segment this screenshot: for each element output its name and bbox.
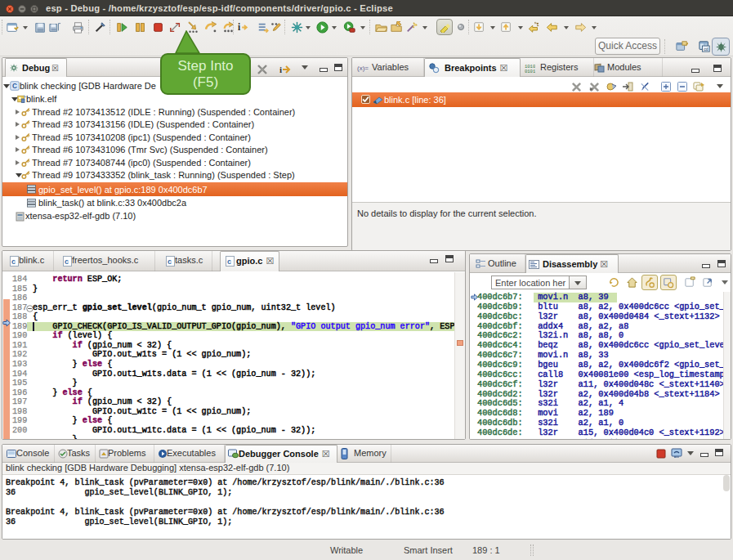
svg-text:c: c [65,258,69,266]
svg-text:c: c [227,258,231,266]
svg-text:i: i [279,65,282,74]
svg-text:i: i [238,22,241,32]
svg-text:c: c [11,258,16,266]
svg-text:cd: cd [704,47,708,52]
svg-text:C: C [12,83,17,90]
svg-text:0101: 0101 [525,69,535,74]
svg-text:(x)=: (x)= [357,65,369,72]
svg-text:c: c [168,258,172,266]
